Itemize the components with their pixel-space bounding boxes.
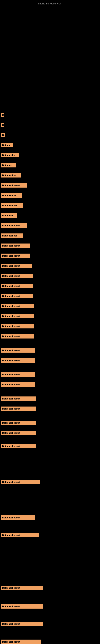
bottleneck-bar-35: Bottleneck result [1, 533, 39, 537]
bars-container: BBBoBottlenBottleneck rBottlenecBottlene… [0, 6, 100, 644]
bottleneck-bar-2: B [1, 123, 4, 127]
bottleneck-bar-28: Bottleneck result [1, 396, 36, 401]
bottleneck-bar-1: B [1, 113, 4, 117]
bottleneck-bar-38: Bottleneck result [1, 622, 43, 626]
bottleneck-bar-21: Bottleneck result [1, 314, 34, 318]
bottleneck-bar-14: Bottleneck result [1, 244, 30, 248]
bottleneck-bar-36: Bottleneck result [1, 586, 43, 590]
bottleneck-bar-33: Bottleneck result [1, 480, 40, 484]
bottleneck-bar-32: Bottleneck result [1, 444, 36, 448]
bottleneck-bar-39: Bottleneck result [1, 640, 41, 644]
bottleneck-bar-10: Bottleneck res [1, 203, 23, 208]
bottleneck-bar-31: Bottleneck result [1, 431, 36, 435]
bottleneck-bar-24: Bottleneck result [1, 348, 35, 352]
bottleneck-bar-27: Bottleneck result [1, 382, 35, 387]
bottleneck-bar-5: Bottleneck r [1, 153, 19, 158]
bottleneck-bar-4: Bottlen [1, 143, 13, 147]
bottleneck-bar-18: Bottleneck result [1, 284, 33, 288]
bottleneck-bar-8: Bottleneck result [1, 183, 27, 188]
bottleneck-bar-15: Bottleneck result [1, 254, 30, 258]
bottleneck-bar-19: Bottleneck result [1, 294, 33, 298]
bottleneck-bar-37: Bottleneck result [1, 604, 43, 608]
bottleneck-bar-17: Bottleneck result [1, 274, 33, 278]
site-title: TheBottlenecker.com [38, 2, 62, 5]
bottleneck-bar-13: Bottleneck res [1, 234, 23, 238]
bottleneck-bar-23: Bottleneck result [1, 334, 34, 338]
bottleneck-bar-3: Bo [1, 133, 5, 137]
bottleneck-bar-25: Bottleneck result [1, 358, 35, 363]
bottleneck-bar-30: Bottleneck result [1, 420, 36, 425]
bottleneck-bar-12: Bottleneck result [1, 224, 27, 228]
bottleneck-bar-9: Bottleneck re [1, 193, 22, 198]
bottleneck-bar-22: Bottleneck result [1, 324, 34, 328]
bottleneck-bar-29: Bottleneck result [1, 406, 36, 411]
site-title-container: TheBottlenecker.com [0, 0, 100, 6]
bottleneck-bar-11: Bottleneck [1, 213, 17, 218]
bottleneck-bar-20: Bottleneck result [1, 304, 34, 308]
bottleneck-bar-26: Bottleneck result [1, 372, 35, 377]
bottleneck-bar-34: Bottleneck result [1, 516, 35, 520]
bottleneck-bar-6: Bottlenec [1, 163, 16, 168]
bottleneck-bar-16: Bottleneck result [1, 264, 32, 268]
bottleneck-bar-7: Bottleneck re [1, 173, 21, 178]
